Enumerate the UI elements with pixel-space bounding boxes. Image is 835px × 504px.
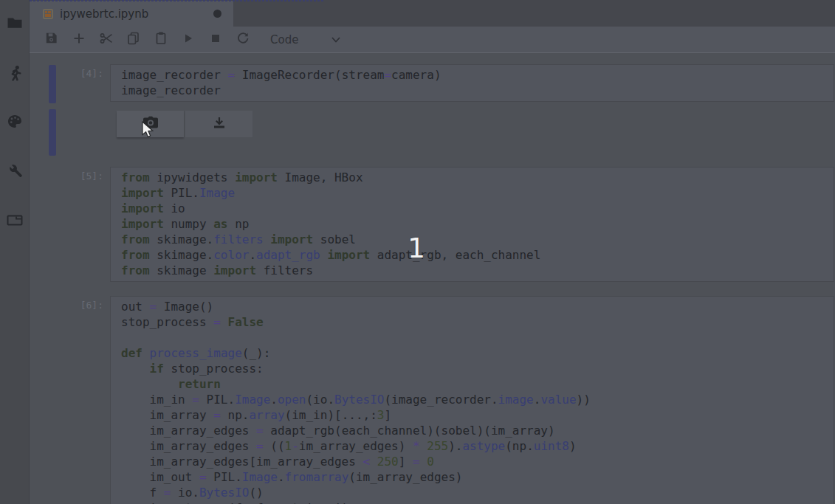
notebook-toolbar: Code (30, 27, 835, 53)
wrench-icon (6, 162, 24, 179)
tabs-icon (5, 211, 24, 229)
notebook-file-icon (43, 9, 53, 19)
stop-icon (210, 32, 221, 46)
restart-kernel-button[interactable] (229, 29, 256, 51)
cell-type-select[interactable]: Code (270, 32, 341, 46)
sidebar-item-property-inspector[interactable] (0, 158, 29, 183)
refresh-icon (236, 32, 250, 48)
plus-icon (72, 32, 86, 48)
folder-icon (6, 14, 24, 32)
click-counter-badge: 1 (408, 232, 425, 264)
cell-type-value: Code (270, 33, 298, 46)
download-icon (213, 117, 226, 132)
mouse-cursor (141, 121, 158, 142)
tab-title: ipywebrtc.ipynb (60, 7, 148, 21)
cell-4-code[interactable]: image_recorder = ImageRecorder(stream=ca… (110, 64, 834, 102)
cut-cells-button[interactable] (92, 29, 120, 51)
sidebar-item-running-sessions[interactable] (0, 61, 29, 86)
paste-cells-button[interactable] (147, 29, 174, 51)
cell-5-prompt: [5]: (52, 170, 103, 182)
copy-cells-button[interactable] (120, 29, 147, 51)
run-cell-button[interactable] (174, 29, 202, 51)
tab-top-accent-line (30, 0, 323, 1)
dock-tab-bar: ipywebrtc.ipynb (30, 0, 835, 27)
cell-4-prompt: [4]: (52, 68, 103, 79)
copy-icon (126, 31, 140, 48)
sidebar-item-open-tabs[interactable] (0, 207, 29, 232)
palette-icon (6, 113, 24, 131)
cell-6-prompt: [6]: (52, 300, 103, 311)
chevron-down-icon (331, 32, 341, 46)
clipboard-icon (154, 31, 168, 48)
insert-cell-button[interactable] (65, 29, 92, 51)
sidebar-item-file-browser[interactable] (0, 10, 29, 35)
unsaved-changes-dot[interactable] (213, 10, 221, 18)
cell-6-code[interactable]: out = Image()stop_process = False def pr… (110, 296, 834, 504)
scissors-icon (99, 32, 114, 48)
download-button[interactable] (185, 111, 252, 137)
sidebar-item-command-palette[interactable] (0, 109, 29, 134)
notebook-tab[interactable]: ipywebrtc.ipynb (30, 1, 233, 27)
cell-4-output-collapser[interactable] (49, 109, 56, 156)
cell-5-code[interactable]: from ipywidgets import Image, HBoximport… (110, 167, 834, 282)
jupyterlab-window: ipywebrtc.ipynb (0, 0, 835, 504)
interrupt-kernel-button[interactable] (202, 29, 229, 51)
save-button[interactable] (38, 29, 65, 51)
left-sidebar (0, 0, 30, 504)
runner-icon (6, 64, 24, 83)
floppy-icon (44, 31, 58, 48)
play-icon (182, 32, 194, 47)
